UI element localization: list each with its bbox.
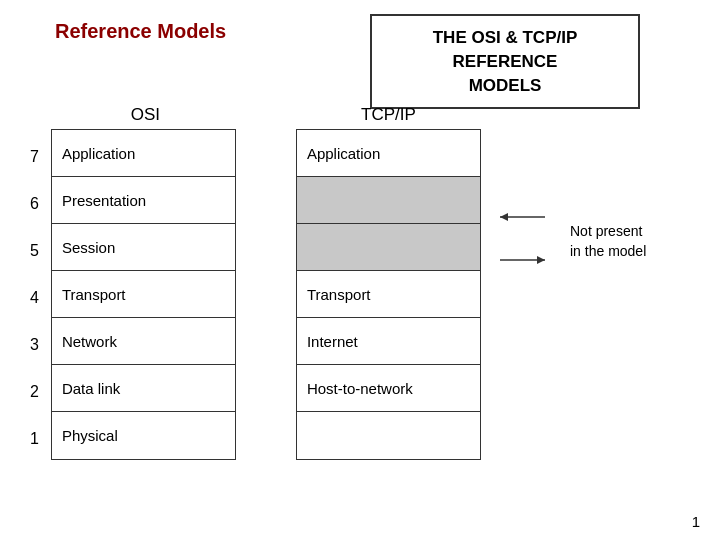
tcpip-table: ApplicationTransportInternetHost-to-netw… [296, 129, 481, 460]
row-number: 4 [30, 274, 43, 321]
page-number: 1 [692, 513, 700, 530]
osi-row: Application [52, 130, 235, 177]
tcpip-section: TCP/IP ApplicationTransportInternetHost-… [296, 105, 481, 460]
tcpip-header: TCP/IP [296, 105, 481, 125]
main-columns: 7654321 OSI ApplicationPresentationSessi… [30, 105, 481, 462]
title-box-line1: THE OSI & TCP/IP [433, 28, 578, 47]
row-number: 6 [30, 180, 43, 227]
tcpip-row: Transport [297, 271, 480, 318]
tcpip-row [297, 224, 480, 271]
page: Reference Models THE OSI & TCP/IP REFERE… [0, 0, 720, 540]
osi-row: Physical [52, 412, 235, 459]
osi-row: Data link [52, 365, 235, 412]
tcpip-row: Host-to-network [297, 365, 480, 412]
row-number: 2 [30, 368, 43, 415]
osi-row: Network [52, 318, 235, 365]
osi-table: ApplicationPresentationSessionTransportN… [51, 129, 236, 460]
tcpip-row: Internet [297, 318, 480, 365]
tcpip-row: Application [297, 130, 480, 177]
title-box-line3: MODELS [469, 76, 542, 95]
title-box: THE OSI & TCP/IP REFERENCE MODELS [370, 14, 640, 109]
title-box-line2: REFERENCE [453, 52, 558, 71]
osi-header: OSI [51, 105, 236, 125]
row-number: 5 [30, 227, 43, 274]
svg-marker-3 [537, 256, 545, 264]
row-number: 1 [30, 415, 43, 462]
osi-section: OSI ApplicationPresentationSessionTransp… [51, 105, 236, 460]
row-number: 3 [30, 321, 43, 368]
osi-row: Transport [52, 271, 235, 318]
annotation-text: Not presentin the model [570, 222, 646, 261]
tcpip-row [297, 177, 480, 224]
reference-models-title: Reference Models [55, 20, 226, 43]
osi-row: Presentation [52, 177, 235, 224]
row-numbers: 7654321 [30, 133, 43, 462]
row-number: 7 [30, 133, 43, 180]
svg-marker-1 [500, 213, 508, 221]
tcpip-row [297, 412, 480, 459]
annotation: Not presentin the model [570, 222, 646, 261]
osi-row: Session [52, 224, 235, 271]
